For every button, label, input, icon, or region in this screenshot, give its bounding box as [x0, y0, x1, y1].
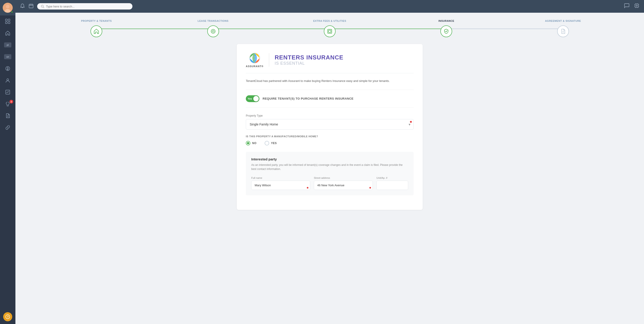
- step-insurance[interactable]: INSURANCE: [388, 20, 504, 37]
- svg-line-20: [43, 7, 44, 8]
- radio-option-no[interactable]: NO: [246, 141, 256, 145]
- assurant-globe-icon: [249, 52, 260, 64]
- step-circle-lease: [207, 26, 219, 37]
- svg-rect-25: [328, 30, 331, 33]
- chat-icon[interactable]: [624, 3, 630, 10]
- notification-icon[interactable]: [20, 4, 25, 10]
- content-area: PROPERTY & TENANTS LEASE TRANSACTIONS: [16, 13, 644, 324]
- step-line-1: [96, 29, 213, 29]
- sidebar-item-links[interactable]: [0, 122, 16, 133]
- step-agreement[interactable]: AGREEMENT & SIGNATURE: [505, 20, 621, 37]
- step-label-insurance: INSURANCE: [438, 20, 454, 22]
- radio-label-yes: YES: [271, 142, 277, 145]
- require-toggle[interactable]: Yes: [246, 95, 260, 102]
- interested-party-desc: As an interested party, you will be info…: [251, 163, 408, 171]
- sidebar-item-documents[interactable]: [0, 110, 16, 122]
- step-label-lease: LEASE TRANSACTIONS: [198, 20, 228, 22]
- property-type-required-dot: [410, 121, 412, 123]
- interested-party-box: Interested party As an interested party,…: [246, 152, 414, 195]
- radio-circle-yes: [265, 141, 269, 145]
- assurant-name-text: ASSURANT®: [246, 65, 264, 68]
- interested-party-title: Interested party: [251, 157, 408, 161]
- svg-rect-15: [29, 4, 33, 8]
- sidebar-item-payments[interactable]: [0, 63, 16, 74]
- street-address-input[interactable]: [314, 181, 373, 190]
- radio-row: NO YES: [246, 141, 414, 145]
- radio-circle-no: [246, 141, 250, 145]
- pt-label: pt: [4, 43, 11, 48]
- topbar-right: [624, 3, 640, 10]
- svg-rect-24: [328, 29, 332, 33]
- step-circle-insurance: [440, 26, 452, 37]
- toggle-knob: [253, 96, 259, 101]
- step-circle-extra: [324, 26, 336, 37]
- unit-field: Unit/Ap. #: [376, 177, 408, 190]
- property-type-select[interactable]: Single Family Home Condo Apartment Townh…: [246, 119, 414, 130]
- renters-title: RENTERS INSURANCE: [274, 54, 343, 61]
- svg-rect-6: [6, 22, 7, 24]
- full-name-input[interactable]: [251, 181, 310, 190]
- radio-option-yes[interactable]: YES: [265, 141, 277, 145]
- renters-text: RENTERS INSURANCE Is ESSENTIAL: [274, 54, 343, 66]
- topbar: [16, 0, 644, 13]
- stepper: PROPERTY & TENANTS LEASE TRANSACTIONS: [24, 20, 635, 37]
- divider-line: [246, 90, 414, 90]
- step-property-tenants[interactable]: PROPERTY & TENANTS: [38, 20, 155, 37]
- sidebar-item-home[interactable]: [0, 27, 16, 39]
- step-label-agreement: AGREEMENT & SIGNATURE: [545, 20, 581, 22]
- user-avatar[interactable]: [0, 0, 16, 16]
- svg-point-21: [636, 5, 638, 6]
- calendar-icon[interactable]: [28, 4, 34, 10]
- logo-divider: [269, 53, 269, 67]
- unit-input[interactable]: [376, 181, 408, 190]
- search-icon: [41, 5, 44, 8]
- online-indicator: [11, 11, 13, 13]
- step-line-2: [213, 29, 330, 29]
- step-extra-fees[interactable]: EXTRA FEES & UTILITIES: [272, 20, 388, 37]
- radio-label-no: NO: [252, 142, 256, 145]
- search-bar[interactable]: [37, 3, 132, 10]
- sidebar-item-reports[interactable]: [0, 86, 16, 98]
- svg-point-22: [211, 29, 215, 33]
- insurance-card: ASSURANT® RENTERS INSURANCE Is ESSENTIAL…: [237, 44, 423, 210]
- property-type-wrapper: Single Family Home Condo Apartment Townh…: [246, 119, 414, 130]
- renters-subtitle: Is ESSENTIAL: [274, 61, 343, 66]
- require-text: REQUIRE TENANT(S) TO PURCHASE RENTERS IN…: [262, 97, 354, 100]
- svg-rect-5: [8, 19, 10, 21]
- svg-point-9: [7, 79, 8, 81]
- svg-rect-4: [6, 19, 7, 21]
- settings-icon[interactable]: [634, 3, 640, 10]
- sidebar-item-people[interactable]: [0, 74, 16, 86]
- un-label: un: [4, 54, 11, 59]
- sidebar-item-pt[interactable]: pt: [0, 39, 16, 51]
- svg-rect-7: [8, 22, 10, 24]
- step-label-property: PROPERTY & TENANTS: [81, 20, 112, 22]
- search-input[interactable]: [46, 5, 129, 8]
- full-name-field: Full name: [251, 177, 310, 190]
- sidebar-item-help[interactable]: ?: [3, 312, 12, 321]
- mobile-home-question: IS THIS PROPERTY A MANUFACTURED/MOBILE H…: [246, 135, 414, 138]
- maintenance-badge: 2: [10, 100, 13, 104]
- step-line-3: [330, 29, 446, 29]
- step-label-extra: EXTRA FEES & UTILITIES: [313, 20, 346, 22]
- partner-text: TenantCloud has partnered with Assurant …: [246, 79, 414, 83]
- toggle-yes-label: Yes: [248, 97, 252, 100]
- street-address-label: Street address: [314, 177, 373, 179]
- assurant-logo: ASSURANT®: [246, 52, 264, 68]
- sidebar-item-apps[interactable]: [0, 16, 16, 27]
- svg-point-23: [212, 31, 214, 32]
- interested-party-form-row: Full name Street address: [251, 177, 408, 190]
- full-name-label: Full name: [251, 177, 310, 179]
- sidebar-item-un[interactable]: un: [0, 51, 16, 63]
- street-address-required-dot: [370, 187, 371, 189]
- step-line-4: [446, 29, 563, 29]
- step-lease-transactions[interactable]: LEASE TRANSACTIONS: [155, 20, 271, 37]
- full-name-required-dot: [307, 187, 308, 189]
- unit-label: Unit/Ap. #: [376, 177, 408, 179]
- step-circle-property: [90, 26, 102, 37]
- property-type-label: Property Type: [246, 114, 414, 117]
- assurant-header: ASSURANT® RENTERS INSURANCE Is ESSENTIAL: [246, 52, 414, 73]
- sidebar-item-maintenance[interactable]: 2: [0, 98, 16, 110]
- street-address-field: Street address: [314, 177, 373, 190]
- require-row: Yes REQUIRE TENANT(S) TO PURCHASE RENTER…: [246, 95, 414, 108]
